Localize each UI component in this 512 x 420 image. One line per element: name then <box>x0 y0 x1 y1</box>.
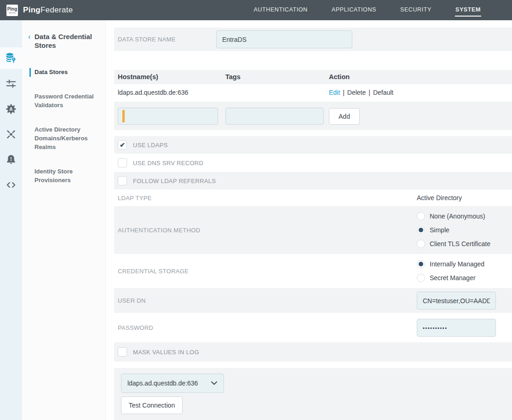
data-stores-icon[interactable] <box>5 52 17 64</box>
action-separator: | <box>343 89 345 96</box>
radio-option-simple[interactable]: Simple <box>417 223 490 237</box>
user-dn-row: USER DN <box>114 288 512 313</box>
credential-storage-row: CREDENTIAL STORAGE Internally Managed Se… <box>114 254 512 288</box>
connection-test-panel: ldaps.ad.questdb.de:636 Test Connection <box>114 368 512 420</box>
new-tags-input[interactable] <box>225 108 324 125</box>
hostname-selected-value: ldaps.ad.questdb.de:636 <box>127 380 198 387</box>
mask-values-in-log-label: MASK VALUES IN LOG <box>133 349 199 356</box>
ping-identity-logo[interactable]: Ping Identity <box>6 5 18 16</box>
tab-applications[interactable]: APPLICATIONS <box>331 4 377 17</box>
sidebar-item-ad-domains-kerberos-realms[interactable]: Active Directory Domains/Kerberos Realms <box>22 125 105 151</box>
radio-button[interactable] <box>417 260 425 268</box>
app-title-light: Federate <box>40 6 73 14</box>
radio-option-internally-managed[interactable]: Internally Managed <box>417 257 484 271</box>
network-nodes-icon[interactable] <box>5 128 17 140</box>
top-navigation: AUTHENTICATION APPLICATIONS SECURITY SYS… <box>253 4 512 17</box>
user-dn-label: USER DN <box>114 297 146 304</box>
radio-button[interactable] <box>417 274 425 282</box>
alert-bell-icon[interactable] <box>5 154 17 166</box>
action-separator: | <box>368 89 370 96</box>
data-store-name-label: DATA STORE NAME <box>114 36 176 43</box>
gear-automation-icon[interactable]: A <box>5 103 17 115</box>
logo-subtext: Identity <box>9 12 16 14</box>
logo-text: Ping <box>7 7 17 12</box>
add-button[interactable]: Add <box>329 108 360 125</box>
hostname-table-header: Hostname(s) Tags Action <box>114 70 512 84</box>
tab-security[interactable]: SECURITY <box>400 4 432 17</box>
use-dns-srv-record-checkbox[interactable]: ✔ <box>118 158 127 167</box>
sidebar-item-label: Password Credential Validators <box>35 93 94 109</box>
header-action: Action <box>329 70 350 84</box>
radio-label: Secret Manager <box>430 274 476 282</box>
follow-ldap-referrals-row: ✔ FOLLOW LDAP REFERRALS <box>114 172 512 190</box>
radio-option-secret-manager[interactable]: Secret Manager <box>417 271 484 285</box>
sliders-icon[interactable] <box>5 78 17 90</box>
authentication-method-label: AUTHENTICATION METHOD <box>114 227 200 234</box>
data-store-name-row: DATA STORE NAME <box>114 28 512 51</box>
radio-button[interactable] <box>417 240 425 248</box>
active-indicator-bar <box>29 68 31 77</box>
sidebar-item-data-stores[interactable]: Data Stores <box>22 68 105 76</box>
sidebar-item-password-credential-validators[interactable]: Password Credential Validators <box>22 92 105 109</box>
password-input[interactable] <box>417 319 496 337</box>
add-hostname-row: Add <box>114 102 512 130</box>
app-title-bold: Ping <box>23 6 40 14</box>
credential-storage-options: Internally Managed Secret Manager <box>417 257 484 285</box>
data-store-name-input[interactable] <box>216 30 352 48</box>
authentication-method-row: AUTHENTICATION METHOD None (Anonymous) S… <box>114 206 512 254</box>
hostname-table-row: ldaps.ad.questdb.de:636 Edit|Delete|Defa… <box>114 84 512 102</box>
follow-ldap-referrals-label: FOLLOW LDAP REFERRALS <box>133 178 216 184</box>
mask-values-in-log-row: ✔ MASK VALUES IN LOG <box>114 342 512 362</box>
use-dns-srv-record-label: USE DNS SRV RECORD <box>133 160 203 167</box>
mask-values-in-log-checkbox[interactable]: ✔ <box>118 347 127 357</box>
use-dns-srv-record-row: ✔ USE DNS SRV RECORD <box>114 154 512 172</box>
sidebar-item-identity-store-provisioners[interactable]: Identity Store Provisioners <box>22 167 105 184</box>
radio-button[interactable] <box>417 212 425 220</box>
tab-system[interactable]: SYSTEM <box>455 4 481 17</box>
code-brackets-icon[interactable] <box>5 179 17 191</box>
use-ldaps-checkbox[interactable]: ✔ <box>118 140 127 150</box>
sidebar: ‹ Data & Credential Stores Data Stores P… <box>22 20 106 420</box>
edit-link[interactable]: Edit <box>329 89 340 96</box>
app-title: PingFederate <box>23 6 73 15</box>
radio-label: Simple <box>430 226 449 234</box>
chevron-down-icon <box>211 381 217 385</box>
default-link[interactable]: Default <box>373 89 393 96</box>
main-content: DATA STORE NAME Hostname(s) Tags Action … <box>106 20 512 420</box>
sidebar-item-label: Data Stores <box>35 69 68 75</box>
sidebar-item-label: Identity Store Provisioners <box>35 168 73 184</box>
ldap-type-label: LDAP TYPE <box>114 195 152 201</box>
ldap-type-value: Active Directory <box>417 194 462 201</box>
header-tags: Tags <box>225 70 241 84</box>
test-connection-button[interactable]: Test Connection <box>121 397 183 414</box>
back-chevron-icon[interactable]: ‹ <box>28 33 31 40</box>
use-ldaps-label: USE LDAPS <box>133 142 168 149</box>
hostname-select-dropdown[interactable]: ldaps.ad.questdb.de:636 <box>121 374 224 393</box>
sidebar-item-label: Active Directory Domains/Kerberos Realms <box>35 126 88 150</box>
svg-text:A: A <box>9 107 13 112</box>
credential-storage-label: CREDENTIAL STORAGE <box>114 268 189 275</box>
delete-link[interactable]: Delete <box>347 89 366 96</box>
radio-button[interactable] <box>417 226 425 234</box>
new-hostname-input[interactable] <box>118 108 218 125</box>
password-row: PASSWORD <box>114 313 512 342</box>
radio-option-client-tls-certificate[interactable]: Client TLS Certificate <box>417 237 490 251</box>
tab-authentication[interactable]: AUTHENTICATION <box>253 4 308 17</box>
row-actions: Edit|Delete|Default <box>329 84 393 101</box>
radio-label: None (Anonymous) <box>430 213 485 220</box>
authentication-method-options: None (Anonymous) Simple Client TLS Certi… <box>417 209 490 251</box>
sidebar-items: Data Stores Password Credential Validato… <box>22 68 105 184</box>
top-bar: Ping Identity PingFederate AUTHENTICATIO… <box>0 0 512 20</box>
header-hostnames: Hostname(s) <box>118 70 158 84</box>
ldap-type-row: LDAP TYPE Active Directory <box>114 190 512 206</box>
sidebar-title: Data & Credential Stores <box>35 32 99 50</box>
follow-ldap-referrals-checkbox[interactable]: ✔ <box>118 176 127 185</box>
icon-rail: A <box>0 20 22 420</box>
password-label: PASSWORD <box>114 324 153 331</box>
user-dn-input[interactable] <box>417 292 496 310</box>
radio-label: Internally Managed <box>430 260 484 268</box>
use-ldaps-row: ✔ USE LDAPS <box>114 136 512 154</box>
radio-option-none-anonymous[interactable]: None (Anonymous) <box>417 209 490 223</box>
checkmark-icon: ✔ <box>120 142 125 148</box>
required-field-caret <box>122 110 125 122</box>
